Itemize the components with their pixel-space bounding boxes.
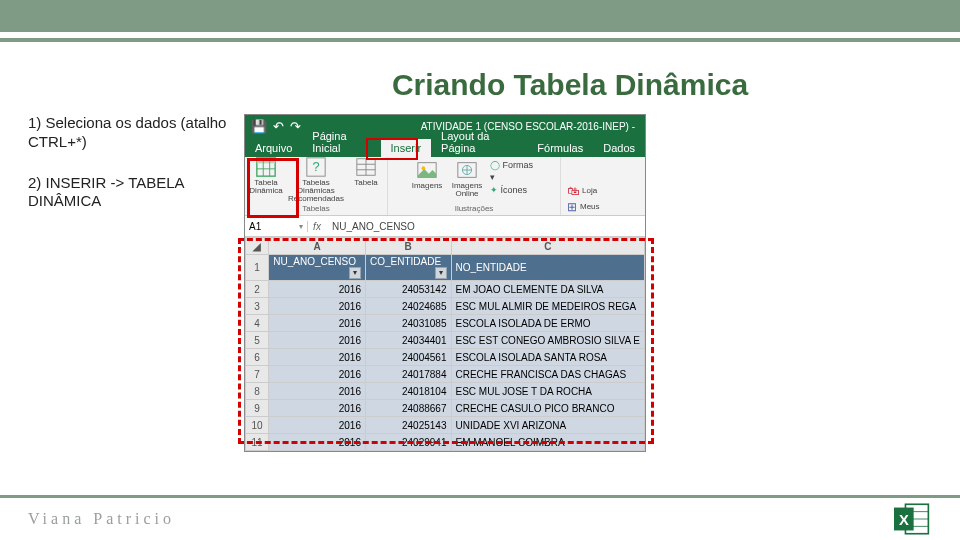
table-header-cell[interactable]: NO_ENTIDADE	[451, 255, 645, 281]
pivot-table-button[interactable]: Tabela Dinâmica	[249, 156, 283, 195]
online-images-button[interactable]: Imagens Online	[450, 159, 484, 198]
cell-code[interactable]: 24088667	[365, 400, 451, 417]
cell-year[interactable]: 2016	[269, 400, 366, 417]
slide-top-bar	[0, 0, 960, 32]
table-row[interactable]: 7201624017884CRECHE FRANCISCA DAS CHAGAS	[246, 366, 645, 383]
brand-name: Viana Patricio	[28, 510, 175, 528]
row-header[interactable]: 4	[246, 315, 269, 332]
cell-code[interactable]: 24024685	[365, 298, 451, 315]
cell-entity[interactable]: ESCOLA ISOLADA SANTA ROSA	[451, 349, 645, 366]
table-row[interactable]: 10201624025143UNIDADE XVI ARIZONA	[246, 417, 645, 434]
cell-entity[interactable]: EM JOAO CLEMENTE DA SILVA	[451, 281, 645, 298]
cell-year[interactable]: 2016	[269, 298, 366, 315]
redo-icon[interactable]: ↷	[290, 119, 301, 134]
col-header-c[interactable]: C	[451, 238, 645, 255]
images-icon	[416, 159, 438, 181]
my-addins-button[interactable]: ⊞ Meus	[567, 201, 600, 213]
ribbon-group-label-ilustracoes: Ilustrações	[455, 204, 494, 213]
cell-code[interactable]: 24053142	[365, 281, 451, 298]
tab-dados[interactable]: Dados	[593, 139, 645, 157]
cell-entity[interactable]: ESC EST CONEGO AMBROSIO SILVA E	[451, 332, 645, 349]
row-header[interactable]: 7	[246, 366, 269, 383]
cell-year[interactable]: 2016	[269, 383, 366, 400]
table-button[interactable]: Tabela	[349, 156, 383, 187]
tab-arquivo[interactable]: Arquivo	[245, 139, 302, 157]
svg-rect-1	[257, 158, 275, 164]
table-row[interactable]: 11201624029941EM MANOEL COIMBRA	[246, 434, 645, 451]
row-header[interactable]: 1	[246, 255, 269, 281]
table-header-cell[interactable]: CO_ENTIDADE▾	[365, 255, 451, 281]
instruction-step-2: 2) INSERIR -> TABELA DINÂMICA	[28, 174, 238, 212]
table-row[interactable]: 2201624053142EM JOAO CLEMENTE DA SILVA	[246, 281, 645, 298]
table-row[interactable]: 8201624018104ESC MUL JOSE T DA ROCHA	[246, 383, 645, 400]
cell-code[interactable]: 24034401	[365, 332, 451, 349]
cell-year[interactable]: 2016	[269, 349, 366, 366]
cell-code[interactable]: 24025143	[365, 417, 451, 434]
excel-screenshot: 💾 ↶ ↷ ATIVIDADE 1 (CENSO ESCOLAR-2016-IN…	[244, 114, 649, 452]
tab-layout[interactable]: Layout da Página	[431, 127, 527, 157]
cell-year[interactable]: 2016	[269, 434, 366, 451]
table-row[interactable]: 4201624031085ESCOLA ISOLADA DE ERMO	[246, 315, 645, 332]
row-header[interactable]: 2	[246, 281, 269, 298]
cell-entity[interactable]: ESCOLA ISOLADA DE ERMO	[451, 315, 645, 332]
cell-year[interactable]: 2016	[269, 281, 366, 298]
ribbon-body: Tabela Dinâmica ? Tabelas Dinâmicas Reco…	[245, 157, 645, 216]
table-row[interactable]: 5201624034401ESC EST CONEGO AMBROSIO SIL…	[246, 332, 645, 349]
cell-entity[interactable]: ESC MUL ALMIR DE MEDEIROS REGA	[451, 298, 645, 315]
ribbon-group-addins: 🛍 Loja ⊞ Meus	[561, 157, 633, 215]
cell-code[interactable]: 24029941	[365, 434, 451, 451]
cell-year[interactable]: 2016	[269, 332, 366, 349]
formula-input[interactable]: NU_ANO_CENSO	[326, 221, 645, 232]
store-icon: 🛍	[567, 185, 579, 197]
images-button[interactable]: Imagens	[410, 159, 444, 190]
cell-entity[interactable]: CRECHE CASULO PICO BRANCO	[451, 400, 645, 417]
cell-code[interactable]: 24017884	[365, 366, 451, 383]
shapes-button[interactable]: ◯ Formas ▾ ✦ Ícones	[490, 159, 538, 196]
row-header[interactable]: 3	[246, 298, 269, 315]
cell-year[interactable]: 2016	[269, 315, 366, 332]
cell-code[interactable]: 24004561	[365, 349, 451, 366]
select-all-corner[interactable]: ◢	[246, 238, 269, 255]
svg-point-12	[422, 166, 426, 170]
cell-year[interactable]: 2016	[269, 417, 366, 434]
store-button[interactable]: 🛍 Loja	[567, 185, 597, 197]
online-images-icon	[456, 159, 478, 181]
cell-entity[interactable]: EM MANOEL COIMBRA	[451, 434, 645, 451]
cell-code[interactable]: 24018104	[365, 383, 451, 400]
cell-entity[interactable]: ESC MUL JOSE T DA ROCHA	[451, 383, 645, 400]
cell-entity[interactable]: CRECHE FRANCISCA DAS CHAGAS	[451, 366, 645, 383]
table-row[interactable]: 6201624004561ESCOLA ISOLADA SANTA ROSA	[246, 349, 645, 366]
row-header[interactable]: 11	[246, 434, 269, 451]
worksheet-grid[interactable]: ◢ A B C 1 NU_ANO_CENSO▾ CO_ENTIDADE▾ NO_…	[245, 237, 645, 451]
row-header[interactable]: 8	[246, 383, 269, 400]
svg-text:X: X	[899, 512, 909, 528]
ribbon-group-ilustracoes: Imagens Imagens Online ◯ Formas ▾ ✦ Ícon…	[388, 157, 561, 215]
tab-inserir[interactable]: Inserir	[381, 139, 432, 157]
tab-formulas[interactable]: Fórmulas	[527, 139, 593, 157]
cell-code[interactable]: 24031085	[365, 315, 451, 332]
table-row[interactable]: 3201624024685ESC MUL ALMIR DE MEDEIROS R…	[246, 298, 645, 315]
ribbon-group-tabelas: Tabela Dinâmica ? Tabelas Dinâmicas Reco…	[245, 157, 388, 215]
cell-entity[interactable]: UNIDADE XVI ARIZONA	[451, 417, 645, 434]
filter-dropdown-icon[interactable]: ▾	[349, 267, 361, 279]
undo-icon[interactable]: ↶	[273, 119, 284, 134]
slide-footer: Viana Patricio X	[0, 495, 960, 540]
save-icon[interactable]: 💾	[251, 119, 267, 134]
name-box[interactable]: A1 ▾	[245, 221, 308, 232]
chevron-down-icon[interactable]: ▾	[299, 222, 303, 231]
instruction-step-1: 1) Seleciona os dados (atalho CTRL+*)	[28, 114, 238, 152]
excel-logo-icon: X	[892, 501, 932, 537]
row-header[interactable]: 6	[246, 349, 269, 366]
cell-year[interactable]: 2016	[269, 366, 366, 383]
col-header-a[interactable]: A	[269, 238, 366, 255]
row-header[interactable]: 5	[246, 332, 269, 349]
recommended-pivot-button[interactable]: ? Tabelas Dinâmicas Recomendadas	[289, 156, 343, 203]
tab-pagina-inicial[interactable]: Página Inicial	[302, 127, 380, 157]
table-row[interactable]: 9201624088667CRECHE CASULO PICO BRANCO	[246, 400, 645, 417]
fx-icon[interactable]: fx	[308, 221, 326, 232]
col-header-b[interactable]: B	[365, 238, 451, 255]
table-header-cell[interactable]: NU_ANO_CENSO▾	[269, 255, 366, 281]
filter-dropdown-icon[interactable]: ▾	[435, 267, 447, 279]
row-header[interactable]: 10	[246, 417, 269, 434]
row-header[interactable]: 9	[246, 400, 269, 417]
